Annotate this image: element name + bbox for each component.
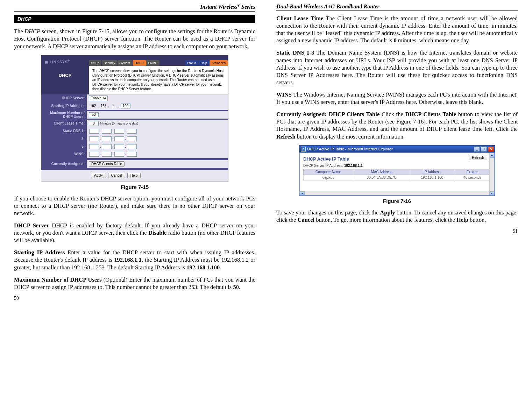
router-description: The DHCP screen allows you to configure … [89, 66, 228, 94]
para-static-dns: Static DNS 1-3 The Domain Name System (D… [276, 49, 518, 86]
wins-d[interactable] [127, 152, 137, 157]
tab-help[interactable]: Help [198, 60, 209, 66]
max-users-input[interactable] [89, 112, 99, 117]
dhcp-clients-table-button[interactable]: DHCP Clients Table [89, 161, 125, 167]
router-side-title: DHCP [41, 66, 89, 94]
col-computer-name: Computer Name [304, 169, 353, 175]
close-icon[interactable]: ✕ [488, 146, 494, 152]
tab-system[interactable]: System [118, 60, 132, 66]
para-currently-assigned: Currently Assigned: DHCP Clients Table C… [276, 111, 518, 140]
ie-window-title: DHCP Active IP Table - Microsoft Interne… [307, 147, 473, 151]
label-dns3: 3: [41, 144, 87, 148]
table-row: qejzxdc 00:04:5A:86:D5:7C 192.168.1.100 … [304, 175, 491, 180]
minimize-icon[interactable]: _ [474, 146, 480, 152]
vertical-scrollbar[interactable]: ▲ [489, 153, 494, 191]
dns2-b[interactable] [102, 136, 112, 141]
dns1-d[interactable] [127, 129, 137, 134]
cell-ip: 192.168.1.100 [410, 175, 454, 180]
para-starting-ip: Starting IP Address Enter a value for th… [14, 249, 255, 271]
dns1-b[interactable] [102, 129, 112, 134]
cell-exp: 46 seconds [454, 175, 491, 180]
scroll-right-icon[interactable]: ► [489, 191, 494, 195]
cancel-button[interactable]: Cancel [108, 173, 125, 178]
para-client-lease: Client Lease Time The Client Lease Time … [276, 15, 518, 44]
horizontal-scrollbar[interactable]: ◄ ► [300, 191, 494, 195]
lease-time-input[interactable] [89, 121, 99, 126]
dns3-c[interactable] [114, 144, 124, 149]
para-dhcp-server: DHCP Server DHCP is enabled by factory d… [14, 222, 255, 244]
ip-octet-2: 168 [99, 104, 108, 108]
series-suffix: Series [240, 4, 255, 10]
dns1-c[interactable] [114, 129, 124, 134]
wins-c[interactable] [114, 152, 124, 157]
series-text: Instant Wireless [200, 4, 237, 10]
label-max-users: Maximum Number of DHCP Users: [41, 111, 87, 119]
tab-setup[interactable]: Setup [89, 60, 101, 66]
para-save-changes: To save your changes on this page, click… [276, 209, 518, 224]
tab-advanced[interactable]: Advanced [210, 60, 228, 66]
wins-a[interactable] [89, 152, 99, 157]
ie-titlebar: e DHCP Active IP Table - Microsoft Inter… [299, 146, 495, 153]
left-page: Instant Wireless® Series DHCP The DHCP s… [14, 3, 255, 301]
cell-name: qejzxdc [304, 175, 353, 180]
ip-octet-4-input[interactable] [121, 104, 130, 108]
ip-octet-1: 192 [89, 104, 97, 108]
dns2-a[interactable] [89, 136, 99, 141]
ie-heading: DHCP Active IP Table [303, 156, 491, 162]
para-intro: The DHCP screen, shown in Figure 7-15, a… [14, 28, 255, 50]
wins-b[interactable] [102, 152, 112, 157]
cell-mac: 00:04:5A:86:D5:7C [353, 175, 410, 180]
dhcp-active-table: Computer Name MAC Address IP Address Exp… [303, 169, 491, 181]
refresh-button[interactable]: Refresh [469, 155, 487, 160]
label-lease-time: Client Lease Time: [41, 121, 87, 125]
ie-window-screenshot: e DHCP Active IP Table - Microsoft Inter… [299, 145, 495, 196]
linksys-logo: ▣ LINKSYS® [41, 59, 89, 66]
para-enable-note: If you choose to enable the Router's DHC… [14, 195, 255, 217]
dns1-a[interactable] [89, 129, 99, 134]
label-currently-assigned: Currently Assigned: [41, 162, 87, 166]
dns2-d[interactable] [127, 136, 137, 141]
page-number-left: 50 [14, 296, 255, 301]
tab-dhcp[interactable]: DHCP [133, 60, 146, 66]
para-max-users: Maximum Number of DHCP Users (Optional) … [14, 276, 255, 291]
col-ip: IP Address [410, 169, 454, 175]
page-number-right: 51 [276, 228, 518, 234]
figure-7-15-caption: Figure 7-15 [14, 184, 255, 190]
ie-app-icon: e [301, 147, 306, 151]
para-wins: WINS The Windows Internet Naming Service… [276, 91, 518, 106]
tab-security[interactable]: Security [102, 60, 118, 66]
label-dns1: Static DNS 1: [41, 129, 87, 133]
label-dns2: 2: [41, 137, 87, 141]
ip-octet-3: 1 [110, 104, 118, 108]
series-header-left: Instant Wireless® Series [14, 3, 255, 12]
title-header-right: Dual-Band Wireless A+G Broadband Router [276, 3, 518, 11]
lease-note: Minutes (0 means one day) [100, 122, 138, 125]
dhcp-server-select[interactable]: Enable [89, 96, 108, 101]
ie-sublabel: DHCP Server IP Address: 192.168.1.1 [303, 164, 491, 168]
dns3-a[interactable] [89, 144, 99, 149]
scroll-left-icon[interactable]: ◄ [300, 191, 305, 195]
tab-status[interactable]: Status [185, 60, 198, 66]
dns3-d[interactable] [127, 144, 137, 149]
label-dhcp-server: DHCP Server: [41, 96, 87, 100]
apply-button[interactable]: Apply [91, 173, 106, 178]
maximize-icon[interactable]: □ [481, 146, 487, 152]
label-starting-ip: Starting IP Address: [41, 104, 87, 108]
right-page: Dual-Band Wireless A+G Broadband Router … [276, 3, 518, 301]
label-wins: WINS: [41, 152, 87, 156]
dns2-c[interactable] [114, 136, 124, 141]
section-title-bar: DHCP [14, 15, 255, 23]
figure-7-16-caption: Figure 7-16 [276, 198, 518, 204]
help-button[interactable]: Help [127, 173, 141, 178]
router-ui-screenshot: ▣ LINKSYS® Setup Security System DHCP SN… [41, 55, 228, 182]
col-expires: Expires [454, 169, 491, 175]
tab-snmp[interactable]: SNMP [146, 60, 159, 66]
reg-mark-icon: ® [237, 3, 240, 7]
col-mac: MAC Address [353, 169, 410, 175]
dns3-b[interactable] [102, 144, 112, 149]
